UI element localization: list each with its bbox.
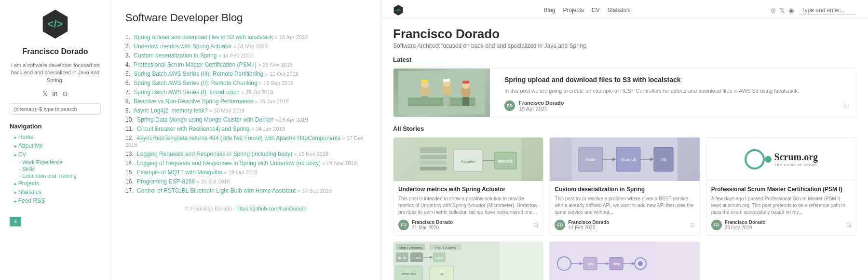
svg-text:SERVICE: SERVICE <box>498 160 513 163</box>
nav-blog[interactable]: Blog <box>543 7 555 14</box>
logo-text: </> <box>48 18 63 30</box>
list-item: 9. Async Log4j2, memory leak? » 30 May 2… <box>125 107 366 114</box>
bookmark-icon[interactable]: ⊟ <box>843 102 849 110</box>
latest-post-avatar: FD <box>504 100 515 111</box>
story-thumb: Step 1 (Master) Step 1 (Slave) ItemR Chu… <box>393 242 543 280</box>
story-bookmark[interactable]: ⊟ <box>533 222 538 228</box>
post-link[interactable]: Circuit Breaker with Resilience4j and Sp… <box>137 126 249 132</box>
logo-hex: </> <box>41 10 70 39</box>
svg-text:Actuator: Actuator <box>461 159 475 164</box>
story-card-batch1[interactable]: Step Step Spring Batch AWS Series (I): I… <box>549 241 700 280</box>
sidebar-item-education[interactable]: Education and Training <box>10 172 101 179</box>
story-bookmark[interactable]: ⊟ <box>690 222 695 228</box>
nav-cv[interactable]: CV <box>592 7 600 14</box>
list-item: 2. Undertow metrics with Spring Actuator… <box>125 43 366 50</box>
post-link[interactable]: Undertow metrics with Spring Actuator <box>134 43 231 50</box>
list-item: 7. Spring Batch AWS Series (I): Introduc… <box>125 89 366 96</box>
right-panel: </> Blog Projects CV Statistics ⊙ 𝕏 ◉ Fr… <box>381 0 868 280</box>
story-bookmark[interactable]: ⊟ <box>846 222 851 228</box>
post-link[interactable]: Logging Requests and Responses in Spring… <box>137 151 292 157</box>
post-link[interactable]: Control of RST01BL Bluetooth Light Bulb … <box>137 187 296 194</box>
post-list: 1. Spring upload and download files to S… <box>125 34 366 194</box>
sidebar-item-statistics[interactable]: Statistics <box>10 188 101 196</box>
story-card-custom[interactable]: Master Afican-US DB Custom deserializati… <box>549 137 700 236</box>
post-link[interactable]: Spring Batch AWS Series (III): Remote Pa… <box>134 70 263 77</box>
page-number: 4 <box>10 217 21 226</box>
post-link[interactable]: Custom deserialization in Spring <box>134 52 217 59</box>
navigation: Navigation Home About Me CV Work Experie… <box>10 123 101 205</box>
svg-rect-18 <box>420 167 447 170</box>
latest-post-card[interactable]: Spring upload and download files to S3 w… <box>393 68 856 117</box>
svg-text:DB: DB <box>662 158 666 161</box>
post-link[interactable]: Professional Scrum Master Certification … <box>134 61 257 68</box>
story-title: Undertow metrics with Spring Actuator <box>398 186 538 194</box>
post-link[interactable]: Example of MQTT with Mosquitto <box>137 169 222 176</box>
story-card-content: Undertow metrics with Spring Actuator Th… <box>393 181 543 235</box>
author-bio: I am a software developer focused on bac… <box>10 62 101 84</box>
list-item: 15. Example of MQTT with Mosquitto » 19 … <box>125 169 366 176</box>
svg-text:Step 1 (Slave): Step 1 (Slave) <box>434 246 456 250</box>
twitter-nav-icon[interactable]: 𝕏 <box>780 7 785 14</box>
story-excerpt: This post try to resolve a problem where… <box>555 196 694 216</box>
linkedin-icon[interactable]: in <box>53 90 58 98</box>
story-excerpt: This post is intended to show a possible… <box>398 196 538 216</box>
list-item: 5. Spring Batch AWS Series (III): Remote… <box>125 70 366 77</box>
svg-text:Afican-US: Afican-US <box>621 158 637 161</box>
post-link[interactable]: Programing ESP-8266 <box>137 178 195 185</box>
post-link[interactable]: Spring upload and download files to S3 w… <box>134 34 273 41</box>
nav-statistics[interactable]: Statistics <box>608 7 631 14</box>
sidebar-item-home[interactable]: Home <box>10 133 101 141</box>
latest-post-title: Spring upload and download files to S3 w… <box>504 75 849 84</box>
list-item: 6. Spring Batch AWS Series (II): Remote … <box>125 80 366 86</box>
right-search-input[interactable] <box>799 6 856 15</box>
github-nav-icon[interactable]: ⊙ <box>771 7 776 14</box>
svg-rect-52 <box>550 242 656 280</box>
nav-projects[interactable]: Projects <box>563 7 583 14</box>
sidebar-item-work[interactable]: Work Experience <box>10 159 101 166</box>
list-item: 14. Logging of Requests and Responses in… <box>125 160 366 167</box>
github-icon[interactable]: ⊙ <box>62 90 68 98</box>
svg-rect-13 <box>462 81 469 84</box>
list-item: 10. Spring Data Mongo using Mongo Cluste… <box>125 116 366 123</box>
story-card-batch2[interactable]: Step 1 (Master) Step 1 (Slave) ItemR Chu… <box>393 241 543 280</box>
github-link[interactable]: https://github.com/franDorado <box>237 206 307 211</box>
svg-rect-16 <box>420 155 447 159</box>
story-card-scrum[interactable]: Scrum.org The Home of Scrum Professional… <box>706 137 856 236</box>
sidebar-item-feed[interactable]: Feed RSS <box>10 196 101 205</box>
post-link[interactable]: Reactive vs Non-Reactive Spring Performa… <box>134 98 253 105</box>
all-stories-label: All Stories <box>393 125 856 132</box>
latest-post-illustration <box>398 71 485 114</box>
right-content: Francisco Dorado Software Architect focu… <box>381 19 868 280</box>
post-link[interactable]: AsyncRestTemplate returns 404 (Site Not … <box>136 135 340 141</box>
post-link[interactable]: Spring Batch AWS Series (II): Remote Chu… <box>134 80 257 86</box>
right-header: </> Blog Projects CV Statistics ⊙ 𝕏 ◉ <box>381 0 868 19</box>
rss-nav-icon[interactable]: ◉ <box>788 7 794 14</box>
svg-text:Step: Step <box>587 262 594 266</box>
svg-text:ItemR: ItemR <box>398 256 407 259</box>
list-item: 17. Control of RST01BL Bluetooth Light B… <box>125 187 366 194</box>
right-icons: ⊙ 𝕏 ◉ <box>771 7 794 14</box>
latest-post-author: Francisco Dorado 19 Apr 2020 <box>519 100 564 112</box>
search-input[interactable] <box>10 103 101 115</box>
custom-illustration: Master Afican-US DB <box>571 138 678 181</box>
story-thumb: Actuator SERVICE <box>393 138 543 181</box>
list-item: 16. Programing ESP-8266 » 15 Oct 2018 <box>125 178 366 185</box>
sidebar-item-skills[interactable]: Skills <box>10 166 101 172</box>
story-title: Custom deserialization in Spring <box>555 186 694 194</box>
sidebar-item-cv[interactable]: CV <box>10 150 101 159</box>
twitter-icon[interactable]: 𝕏 <box>42 90 48 98</box>
sidebar-item-about[interactable]: About Me <box>10 141 101 150</box>
right-nav: Blog Projects CV Statistics <box>543 7 630 14</box>
story-thumb: Step Step <box>550 242 699 280</box>
post-link[interactable]: Async Log4j2, memory leak? <box>134 107 208 114</box>
center-panel: Software Developer Blog 1. Spring upload… <box>111 0 381 280</box>
story-card-undertow[interactable]: Actuator SERVICE Undertow metrics with S… <box>393 137 543 236</box>
post-link[interactable]: Logging of Requests and Responses in Spr… <box>137 160 321 167</box>
svg-rect-7 <box>443 95 450 106</box>
post-link[interactable]: Spring Batch AWS Series (I): Introductio… <box>134 89 240 96</box>
sidebar-item-projects[interactable]: Projects <box>10 179 101 188</box>
post-link[interactable]: Spring Data Mongo using Mongo Cluster wi… <box>137 116 273 123</box>
nav-title: Navigation <box>10 123 101 130</box>
svg-text:Master: Master <box>586 158 597 161</box>
batch2-illustration: Step 1 (Master) Step 1 (Slave) ItemR Chu… <box>393 242 500 280</box>
